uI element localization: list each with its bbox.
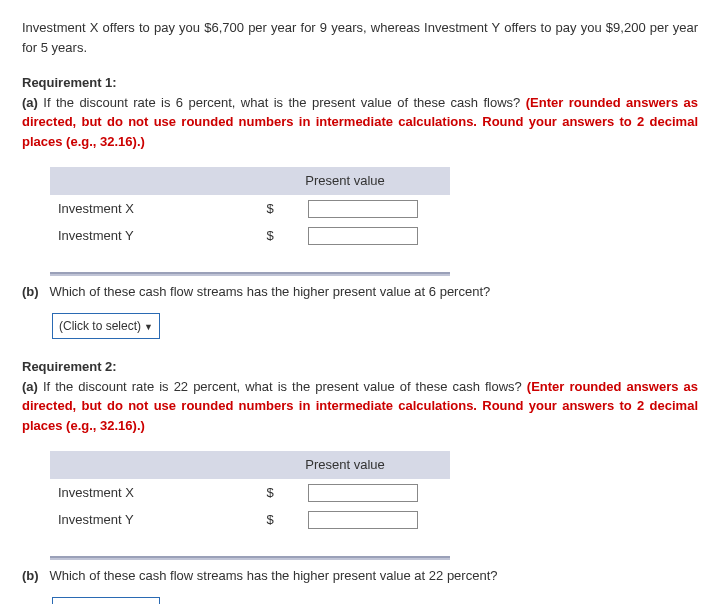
req2-pv-table: Present value Investment X $ Investment … (50, 451, 450, 534)
table-header-blank (50, 451, 240, 479)
row-label-investment-x: Investment X (50, 479, 240, 507)
select-placeholder: (Click to select) (59, 319, 141, 333)
chevron-down-icon: ▼ (144, 322, 153, 332)
req1-a-text: If the discount rate is 6 percent, what … (43, 95, 525, 110)
requirement-2-heading: Requirement 2: (22, 357, 698, 377)
req2-investment-x-input[interactable] (308, 484, 418, 502)
table-row: Investment Y $ (50, 222, 450, 250)
row-label-investment-y: Investment Y (50, 222, 240, 250)
req2-b-text: Which of these cash flow streams has the… (49, 568, 497, 583)
req2-select-dropdown[interactable]: (Click to select)▼ (52, 597, 160, 604)
table-header-present-value: Present value (240, 451, 450, 479)
row-label-investment-x: Investment X (50, 195, 240, 223)
req2-a-text: If the discount rate is 22 percent, what… (43, 379, 527, 394)
table-row: Investment X $ (50, 479, 450, 507)
req2-part-b: (b) Which of these cash flow streams has… (22, 566, 698, 586)
table-header-present-value: Present value (240, 167, 450, 195)
req2-investment-y-input[interactable] (308, 511, 418, 529)
currency-symbol: $ (240, 479, 300, 507)
req1-investment-y-input[interactable] (308, 227, 418, 245)
intro-text: Investment X offers to pay you $6,700 pe… (22, 18, 698, 57)
req1-part-b: (b) Which of these cash flow streams has… (22, 282, 698, 302)
table-row: Investment Y $ (50, 506, 450, 534)
req1-select-dropdown[interactable]: (Click to select)▼ (52, 313, 160, 339)
currency-symbol: $ (240, 222, 300, 250)
req1-investment-x-input[interactable] (308, 200, 418, 218)
currency-symbol: $ (240, 506, 300, 534)
requirement-1-heading: Requirement 1: (22, 73, 698, 93)
currency-symbol: $ (240, 195, 300, 223)
table-divider (50, 556, 450, 560)
table-row: Investment X $ (50, 195, 450, 223)
req2-b-label: (b) (22, 568, 39, 583)
req1-part-a: (a) If the discount rate is 6 percent, w… (22, 93, 698, 152)
req1-a-label: (a) (22, 95, 38, 110)
req1-b-label: (b) (22, 284, 39, 299)
row-label-investment-y: Investment Y (50, 506, 240, 534)
req1-pv-table: Present value Investment X $ Investment … (50, 167, 450, 250)
req1-b-text: Which of these cash flow streams has the… (49, 284, 490, 299)
req2-a-label: (a) (22, 379, 38, 394)
table-header-blank (50, 167, 240, 195)
req2-part-a: (a) If the discount rate is 22 percent, … (22, 377, 698, 436)
table-divider (50, 272, 450, 276)
